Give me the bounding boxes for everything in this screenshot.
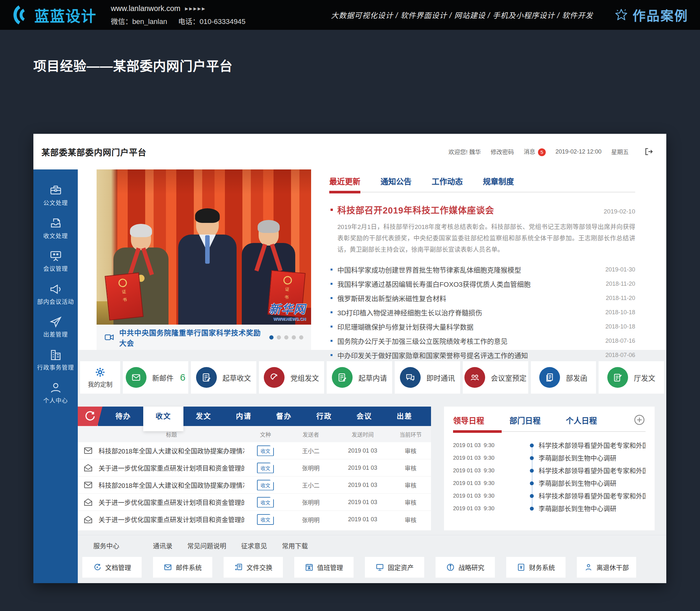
table-row[interactable]: 关于进一步优化国家重点研发计划项目和资金管理的通知 收文 张明明 2019 01… [78, 494, 431, 511]
news-item[interactable]: 3D打印植入物促进神经细胞生长以治疗脊髓损伤 2018-10-18 [329, 305, 635, 319]
tab-personal-schedule[interactable]: 个人日程 [566, 414, 597, 426]
news-item[interactable]: 中国科学家成功创建世界首批生物节律紊乱体细胞克隆猴模型 2019-01-30 [329, 263, 635, 277]
table-row[interactable]: 关于进一步优化国家重点研发计划项目和资金管理的通知 收文 张明明 2019 01… [78, 459, 431, 477]
app-finance-system[interactable]: 财务系统 [506, 557, 566, 578]
carousel-dot[interactable] [269, 335, 274, 340]
figure-left-awardee: 证 书 [113, 226, 169, 325]
sidebar-item-label: 行政事务管理 [36, 364, 75, 372]
portal-screenshot: 某部委某部委内网门户平台 欢迎您! 魏华 修改密码 消息5 2019-02-12… [33, 134, 666, 583]
tab-outgoing[interactable]: 发文 [184, 406, 224, 426]
tab-dept-schedule[interactable]: 部门日程 [509, 414, 541, 426]
carousel-dot[interactable] [292, 335, 296, 340]
app-duty-mgmt[interactable]: 值班管理 [294, 557, 353, 578]
quick-action-draft-internal[interactable]: 起草内请 [327, 361, 392, 393]
doc-type-badge: 收文 [257, 463, 274, 473]
news-item[interactable]: 印尼珊瑚礁保护与修复计划获得大量科学数据 2018-10-18 [329, 319, 635, 334]
news-item[interactable]: 我国科学家通过基因编辑长寿蛋白FOXO3获得优质人类血管细胞 2018-11-2… [329, 277, 635, 291]
app-fixed-assets[interactable]: 固定资产 [365, 557, 424, 578]
tab-admin[interactable]: 行政 [304, 406, 344, 426]
portal-content: 证 书 [78, 169, 666, 583]
messages-link[interactable]: 消息5 [524, 147, 546, 156]
yen-document-icon [517, 563, 525, 571]
sidebar-item-incoming-docs[interactable]: 收文处理 [33, 217, 78, 240]
schedule-item[interactable]: 2019 01 03 9:30 科学技术部领导看望外国老专家和外国老专家家属 [453, 490, 645, 502]
schedule-item[interactable]: 2019 01 03 9:30 李萌副部长到生物中心调研 [453, 502, 645, 515]
website-link[interactable]: www.lanlanwork.com [111, 4, 180, 13]
party-emblem-icon [264, 367, 285, 388]
portfolio-link[interactable]: 作品案例 [614, 5, 688, 24]
tab-supervision[interactable]: 督办 [264, 406, 304, 426]
carousel-dot[interactable] [284, 335, 289, 340]
mail-icon [126, 367, 146, 388]
bullet [331, 326, 333, 328]
schedule-item[interactable]: 2019 01 03 9:30 科学技术部领导看望外国老专家和外国老专家家属 [453, 439, 645, 452]
link-faq[interactable]: 常见问题说明 [187, 541, 226, 550]
sidebar-item-personal-center[interactable]: 个人中心 [33, 381, 78, 405]
portal-title: 某部委某部委内网门户平台 [42, 146, 146, 158]
logo[interactable]: 蓝蓝设计 [10, 4, 97, 26]
news-item[interactable]: 中办印发关于做好国家勋章和国家荣誉称号提名评选工作的通知 2018-07-06 [329, 348, 635, 362]
timeline-dot [530, 469, 534, 473]
doc-type-badge: 收文 [257, 514, 274, 525]
sidebar-item-document-processing[interactable]: 公文处理 [33, 184, 78, 207]
tab-work-news[interactable]: 工作动态 [432, 175, 463, 187]
quick-action-instant-messaging[interactable]: 即时通讯 [395, 361, 460, 393]
app-mail-system[interactable]: 邮件系统 [153, 557, 212, 578]
ceremony-photo[interactable]: 证 书 [97, 169, 311, 325]
tab-incoming[interactable]: 收文 [143, 406, 184, 431]
tab-meetings[interactable]: 会议 [344, 406, 384, 426]
tab-regulations[interactable]: 规章制度 [483, 175, 514, 187]
app-document-mgmt[interactable]: 文档管理 [82, 557, 142, 578]
building-icon [49, 348, 62, 361]
gear-icon [94, 367, 106, 378]
schedule-item[interactable]: 2019 01 03 9:30 科学技术部领导看望外国老专家和外国老专家家属 [453, 464, 645, 477]
news-item[interactable]: 俄罗斯研发出新型纳米磁性复合材料 2018-11-20 [329, 291, 635, 305]
schedule-item[interactable]: 2019 01 03 9:30 李萌副部长到生物中心调研 [453, 452, 645, 464]
bullet [331, 297, 333, 299]
link-feedback[interactable]: 征求意见 [241, 541, 267, 550]
bullet [331, 283, 333, 285]
carousel-caption[interactable]: 中共中央国务院隆重举行国家科学技术奖励大会 [119, 327, 264, 348]
sidebar-item-travel-mgmt[interactable]: 出差管理 [33, 315, 78, 339]
change-password-link[interactable]: 修改密码 [491, 147, 514, 156]
table-row[interactable]: 科技部2018年全国人大建议和全国政协提案办理情况 收文 王小二 2019 01… [78, 442, 431, 459]
tab-recent-updates[interactable]: 最近更新 [329, 175, 360, 187]
schedule-tabs: 领导日程 部门日程 个人日程 [453, 414, 645, 431]
app-strategy-research[interactable]: 战略研究 [436, 557, 495, 578]
app-file-exchange[interactable]: 文件交换 [224, 557, 283, 578]
link-downloads[interactable]: 常用下载 [282, 541, 308, 550]
tab-todo[interactable]: 待办 [103, 406, 143, 426]
sidebar-item-meeting-mgmt[interactable]: 会议管理 [33, 250, 78, 273]
logout-icon[interactable] [644, 147, 653, 156]
tab-notices[interactable]: 通知公告 [380, 175, 411, 187]
sidebar-item-admin-affairs[interactable]: 行政事务管理 [33, 348, 78, 372]
quick-action-draft-incoming[interactable]: 起草收文 [191, 361, 256, 393]
tab-travel[interactable]: 出差 [384, 406, 424, 426]
add-schedule-icon[interactable] [633, 414, 645, 426]
sidebar-item-internal-activities[interactable]: 部内会议活动 [33, 283, 78, 306]
weekday-text: 星期五 [611, 147, 629, 156]
table-row[interactable]: 关于进一步优化国家重点研发计划项目和资金管理的通知 收文 张明明 2019 01… [78, 511, 431, 528]
quick-action-office-docs[interactable]: 厅发文 [599, 361, 664, 393]
tasks-column-headers: 标题 文种 发送者 发送时间 当前环节 [78, 426, 431, 442]
tab-leader-schedule[interactable]: 领导日程 [453, 414, 484, 426]
news-list: 中国科学家成功创建世界首批生物节律紊乱体细胞克隆猴模型 2019-01-30 我… [329, 263, 635, 362]
news-item[interactable]: 国务院办公厅关于加强三级公立医院绩效考核工作的意见 2018-07-16 [329, 334, 635, 348]
link-contacts[interactable]: 通讯录 [153, 541, 172, 550]
carousel-dot[interactable] [299, 335, 303, 340]
table-row[interactable]: 科技部2018年全国人大建议和全国政协提案办理情况 收文 王小二 2019 01… [78, 477, 431, 494]
timeline-dot [530, 481, 534, 485]
schedule-item[interactable]: 2019 01 03 9:30 李萌副部长到生物中心调研 [453, 477, 645, 490]
tab-internal[interactable]: 内请 [224, 406, 264, 426]
portfolio-label: 作品案例 [632, 5, 688, 24]
quick-action-new-mail[interactable]: 新邮件 6 [123, 361, 188, 393]
quick-action-party-docs[interactable]: 党组发文 [259, 361, 324, 393]
app-retired-cadres[interactable]: 离退休干部 [577, 557, 636, 578]
presentation-icon [49, 250, 62, 263]
quick-action-dept-letters[interactable]: 部发函 [531, 361, 596, 393]
carousel-dot[interactable] [277, 335, 281, 340]
headline-item[interactable]: 科技部召开2019年科技工作媒体座谈会 2019-02-10 [329, 204, 635, 216]
people-icon [464, 367, 485, 388]
quick-action-meeting-room-booking[interactable]: 会议室预定 [463, 361, 528, 393]
quick-action-my-customization[interactable]: 我的定制 [80, 361, 120, 393]
